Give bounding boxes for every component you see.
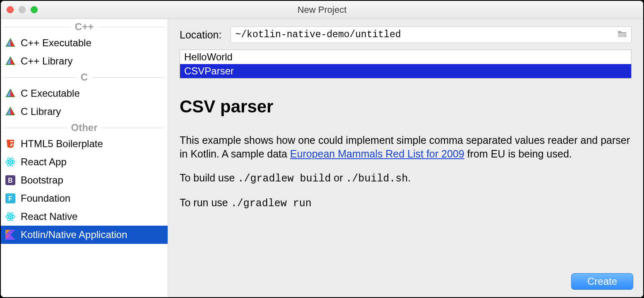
desc-text: To run use — [180, 197, 231, 208]
sidebar-group-header: C — [1, 70, 168, 84]
body: C++C++ ExecutableC++ LibraryCC Executabl… — [1, 19, 643, 297]
svg-text:B: B — [8, 177, 13, 184]
build-command-1: ./gradlew build — [238, 173, 331, 185]
window-minimize-button[interactable] — [19, 6, 26, 13]
sidebar-item-foundation[interactable]: FFoundation — [1, 189, 168, 207]
sidebar-item-label: C Executable — [21, 88, 80, 99]
react-icon — [5, 157, 16, 167]
sidebar-item-label: Kotlin/Native Application — [21, 229, 127, 241]
window-title: New Project — [1, 5, 643, 15]
template-item-csv-parser[interactable]: CSVParser — [180, 64, 631, 78]
run-command: ./gradlew run — [231, 198, 312, 210]
new-project-window: New Project C++C++ ExecutableC++ Library… — [1, 1, 643, 297]
main-panel: Location: HelloWorldCSVParser CSV parser… — [168, 19, 643, 297]
location-label: Location: — [180, 29, 221, 41]
build-command-2: ./build.sh — [346, 173, 408, 185]
description-heading: CSV parser — [180, 95, 632, 119]
sidebar-item-label: React Native — [21, 211, 77, 222]
footer: Create — [168, 271, 643, 297]
desc-text: from EU is being used. — [464, 148, 572, 160]
sidebar-item-label: Bootstrap — [21, 174, 63, 186]
sidebar-group-header: Other — [1, 121, 168, 135]
sidebar-item-label: C++ Executable — [21, 37, 91, 49]
window-maximize-button[interactable] — [31, 6, 38, 13]
group-label: C++ — [71, 21, 98, 33]
window-close-button[interactable] — [7, 6, 14, 13]
location-input-wrap — [231, 26, 632, 43]
sidebar-item-react-app[interactable]: React App — [1, 153, 168, 171]
sidebar-item-bootstrap[interactable]: BBootstrap — [1, 171, 168, 189]
sample-data-link[interactable]: European Mammals Red List for 2009 — [290, 148, 464, 160]
sidebar-item-label: HTML5 Boilerplate — [21, 138, 103, 150]
sidebar-item-kotlin-native[interactable]: Kotlin/Native Application — [1, 226, 168, 244]
description-run-line: To run use ./gradlew run — [180, 196, 632, 211]
triangle-icon — [5, 88, 16, 99]
template-item-hello-world[interactable]: HelloWorld — [180, 50, 631, 64]
desc-text: . — [408, 172, 411, 184]
location-input[interactable] — [235, 29, 614, 40]
sidebar-item-c-executable[interactable]: C Executable — [1, 84, 168, 103]
description-paragraph-1: This example shows how one could impleme… — [180, 134, 632, 162]
sidebar-item-c-library[interactable]: C Library — [1, 103, 168, 121]
bootstrap-icon: B — [5, 175, 16, 186]
titlebar: New Project — [1, 1, 643, 19]
create-button[interactable]: Create — [571, 273, 633, 290]
desc-text: To build use — [180, 172, 238, 184]
template-description: CSV parser This example shows how one co… — [168, 85, 643, 221]
location-row: Location: — [168, 19, 643, 50]
sidebar-item-label: React App — [21, 156, 67, 168]
sidebar-item-label: C++ Library — [21, 55, 72, 67]
group-label: C — [77, 72, 92, 83]
sidebar-item-cpp-executable[interactable]: C++ Executable — [1, 34, 168, 52]
triangle-icon — [5, 38, 16, 48]
sidebar-item-html5-boilerplate[interactable]: HTML5 Boilerplate — [1, 135, 168, 153]
window-controls — [7, 6, 38, 13]
sidebar-group-header: C++ — [1, 20, 168, 34]
react-icon — [5, 211, 16, 222]
desc-text: or — [331, 172, 346, 184]
project-type-sidebar: C++C++ ExecutableC++ LibraryCC Executabl… — [1, 19, 168, 297]
html5-icon — [5, 138, 16, 149]
sidebar-item-label: C Library — [21, 106, 61, 117]
template-list[interactable]: HelloWorldCSVParser — [180, 50, 632, 79]
svg-point-12 — [10, 161, 11, 163]
svg-text:F: F — [8, 195, 12, 202]
browse-folder-icon[interactable] — [617, 30, 627, 40]
sidebar-item-label: Foundation — [21, 193, 70, 204]
sidebar-item-cpp-library[interactable]: C++ Library — [1, 52, 168, 70]
triangle-icon — [5, 56, 16, 67]
kotlin-icon — [5, 229, 16, 240]
foundation-icon: F — [5, 193, 16, 204]
description-build-line: To build use ./gradlew build or ./build.… — [180, 171, 632, 186]
svg-point-20 — [10, 216, 11, 217]
triangle-icon — [5, 106, 16, 117]
group-label: Other — [67, 122, 102, 134]
sidebar-item-react-native[interactable]: React Native — [1, 207, 168, 226]
